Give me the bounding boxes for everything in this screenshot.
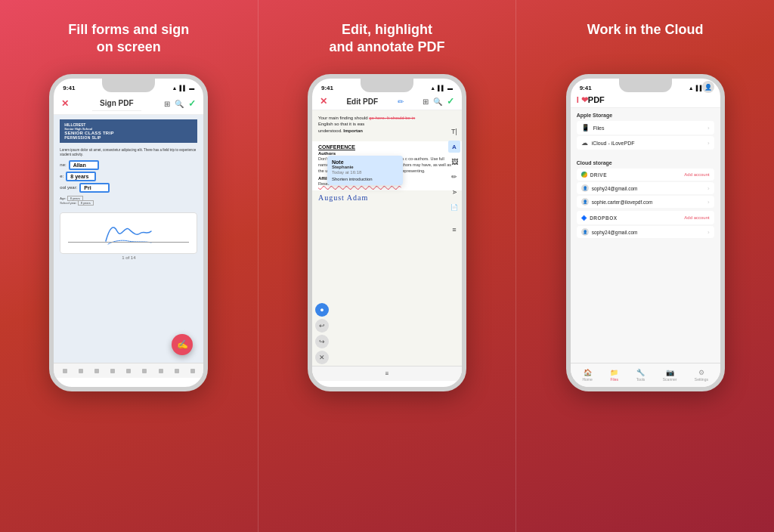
phone2-status-icons: ▲ ▌▌ ▬ <box>430 85 453 91</box>
sig-text: August Adam <box>318 193 368 202</box>
bottom-tab-5[interactable] <box>126 369 131 373</box>
pencil-tool[interactable]: ✏ <box>448 171 460 183</box>
text2-tool[interactable]: A <box>448 186 460 198</box>
edit-pen-icon[interactable]: ✏ <box>398 97 404 106</box>
dropbox-add-account[interactable]: Add account <box>684 215 709 220</box>
settings-icon: ⚙ <box>698 369 704 376</box>
doc-small-text: Age: 8 years School year: 8 years <box>60 194 197 208</box>
bottom-tab-4[interactable] <box>110 369 115 373</box>
doc-permission: PERMISSION SLIP <box>64 135 193 140</box>
bottom-tab-9[interactable] <box>190 369 195 373</box>
files-chevron: › <box>707 125 710 131</box>
check2-icon[interactable]: ✓ <box>447 96 454 107</box>
form-label-age: e: <box>60 174 63 178</box>
search-icon[interactable]: 🔍 <box>175 100 184 108</box>
tab-settings[interactable]: ⚙ Settings <box>695 369 708 382</box>
signature-line <box>68 242 189 243</box>
grid2-icon[interactable]: ⊞ <box>423 97 429 106</box>
menu-icon[interactable]: ≡ <box>448 224 460 236</box>
scanner-icon: 📷 <box>666 369 674 376</box>
close-icon[interactable]: ✕ <box>320 96 327 107</box>
phone2-time: 9:41 <box>321 85 333 91</box>
sophie-account-row[interactable]: 👤 sophie.carter@ilovepdf.com › <box>577 196 714 208</box>
note-author: Stephanie <box>332 165 398 169</box>
text-tool[interactable]: T| <box>448 125 460 138</box>
tab-tools-label: Tools <box>636 377 646 382</box>
fab-sign-button[interactable]: ✍ <box>172 334 193 355</box>
tab-tools[interactable]: 🔧 Tools <box>636 369 646 382</box>
sophie-chevron: › <box>707 199 710 206</box>
search2-icon[interactable]: 🔍 <box>433 97 442 106</box>
side-toolbar[interactable]: T| A 🖼 ✏ A 📄 ≡ <box>448 125 460 236</box>
letter-tool[interactable]: A <box>448 141 460 153</box>
apple-storage-title: Apple Storage <box>577 113 714 118</box>
form-input-age[interactable]: 8 years <box>66 172 96 181</box>
drive-account-avatar: 👤 <box>581 184 589 192</box>
bottom-menu-icon[interactable]: ≡ <box>385 370 389 377</box>
phone1-toolbar: ✕ Sign PDF ⊞ 🔍 ✓ <box>54 93 203 115</box>
float-btn-redo[interactable]: ↪ <box>315 335 329 348</box>
note-card[interactable]: Note Stephanie Today at 16:18 Shorten in… <box>327 156 403 185</box>
float-btn-undo[interactable]: ↩ <box>315 319 329 332</box>
drive-add-account[interactable]: Add account <box>684 172 709 177</box>
doc-body-text: Lorem ipsum dolor sit amet, consectetur … <box>60 146 197 160</box>
dropbox-account-row[interactable]: 👤 sophy24@gmail.com › <box>577 226 714 238</box>
float-btn-primary[interactable]: ● <box>315 303 329 317</box>
panel-edit-pdf: Edit, highlightand annotate PDF 9:41 ▲ ▌… <box>258 0 516 532</box>
phone3-mockup: 9:41 ▲ ▌▌ ▬ I ❤PDF 👤 Apple Storage 📱 Fil… <box>566 74 725 391</box>
form-input-year[interactable]: Pri <box>79 183 110 193</box>
page-tool[interactable]: 📄 <box>448 201 460 213</box>
phone2-mockup: 9:41 ▲ ▌▌ ▬ ✕ Edit PDF ✏ ⊞ 🔍 ✓ Your main… <box>308 74 466 391</box>
page-number: 1 of 14 <box>60 255 197 260</box>
check-icon[interactable]: ✓ <box>188 98 196 109</box>
signature-area[interactable] <box>60 212 197 254</box>
close-icon[interactable]: ✕ <box>61 98 69 109</box>
panel3-title: Work in the Cloud <box>587 21 704 57</box>
fab-icon: ✍ <box>177 339 188 350</box>
bottom-tab-6[interactable] <box>142 369 147 373</box>
bottom-tab-2[interactable] <box>79 369 83 373</box>
dropbox-account-left: 👤 sophy24@gmail.com <box>581 228 638 236</box>
drive-header: DRIVE Add account <box>577 169 714 181</box>
tab-scanner[interactable]: 📷 Scanner <box>663 369 677 382</box>
dropbox-icon: ◈ <box>581 214 587 221</box>
toolbar-icons: ⊞ 🔍 ✓ <box>164 98 196 109</box>
dropbox-text: DROPBOX <box>590 215 617 221</box>
phone2-toolbar: ✕ Edit PDF ✏ ⊞ 🔍 ✓ <box>312 93 462 110</box>
ilovepdf-logo: I ❤PDF <box>577 95 605 105</box>
files-item[interactable]: 📱 Files › <box>577 121 714 135</box>
bottom-tab-1[interactable] <box>63 369 67 373</box>
note-date: Today at 16:18 <box>332 170 398 175</box>
image-tool[interactable]: 🖼 <box>448 156 460 168</box>
tab-scanner-label: Scanner <box>663 377 677 382</box>
battery-icon: ▬ <box>447 85 453 91</box>
panel-cloud: Work in the Cloud 9:41 ▲ ▌▌ ▬ I ❤PDF 👤 A… <box>515 0 774 532</box>
grid-icon[interactable]: ⊞ <box>164 100 170 108</box>
icloud-label: iCloud - iLovePDF <box>592 141 635 146</box>
icloud-icon: ☁ <box>581 139 588 147</box>
float-btn-close[interactable]: ✕ <box>315 351 329 364</box>
drive-account-row[interactable]: 👤 sophy24@gmail.com › <box>577 182 714 194</box>
form-input-name[interactable]: Allan <box>69 160 99 170</box>
icloud-chevron: › <box>707 140 710 147</box>
phone3-bottom-tabs: 🏠 Home 📁 Files 🔧 Tools 📷 Scanner ⚙ Setti… <box>571 363 720 387</box>
tab-home[interactable]: 🏠 Home <box>582 369 592 382</box>
text-bold: Importan <box>343 128 363 133</box>
files-item-left: 📱 Files <box>581 124 605 131</box>
bottom-tab-3[interactable] <box>94 369 99 373</box>
phone3-notch <box>619 79 672 92</box>
bottom-tab-8[interactable] <box>175 369 179 373</box>
conf-title: CONFERENCE <box>318 144 456 150</box>
toolbar-title: Sign PDF <box>92 96 141 111</box>
form-row-year: ool year: Pri <box>60 183 197 193</box>
dropbox-label: ◈ DROPBOX <box>581 214 618 221</box>
icloud-item[interactable]: ☁ iCloud - iLovePDF › <box>577 136 714 150</box>
float-toolbar[interactable]: ● ↩ ↪ ✕ <box>315 303 329 364</box>
note-body: Shorten introduction <box>332 177 398 181</box>
tab-files[interactable]: 📁 Files <box>610 369 618 382</box>
bottom-tab-7[interactable] <box>159 369 163 373</box>
phone1-content: HILLCREST Senior High School SENIOR CLAS… <box>54 115 203 378</box>
tab-files-label: Files <box>610 377 618 382</box>
user-avatar[interactable]: 👤 <box>702 81 714 93</box>
tab-home-label: Home <box>582 377 592 382</box>
